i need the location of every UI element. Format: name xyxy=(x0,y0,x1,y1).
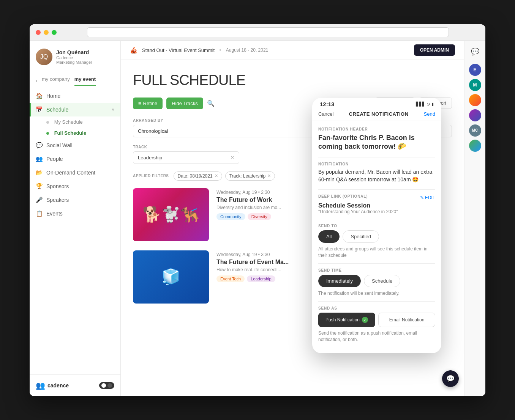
back-arrow-icon[interactable]: ‹ xyxy=(36,76,37,86)
event-icon: 🎪 xyxy=(130,47,137,54)
tag-eventtech[interactable]: Event Tech xyxy=(216,275,245,282)
avatar-mc[interactable]: MC xyxy=(469,124,481,137)
open-admin-button[interactable]: OPEN ADMIN xyxy=(414,44,455,56)
avatar-pic2[interactable] xyxy=(469,109,481,121)
track-input[interactable]: Leadership ✕ xyxy=(133,151,239,164)
edit-icon: ✎ xyxy=(420,195,424,200)
track-clear-button[interactable]: ✕ xyxy=(231,155,234,160)
close-button[interactable] xyxy=(36,30,41,35)
notif-body-text[interactable]: By popular demand, Mr. Bacon will lead a… xyxy=(318,168,435,183)
send-to-section: SEND TO All Specified All attendees and … xyxy=(318,224,435,259)
sidebar-item-label: Full Schedule xyxy=(54,130,87,136)
sidebar-item-on-demand[interactable]: 📂 On-Demand Content xyxy=(30,166,120,179)
chip-track-remove[interactable]: ✕ xyxy=(267,173,271,178)
page-title: FULL SCHEDULE xyxy=(133,72,452,88)
sidebar-item-label: Social Wall xyxy=(46,142,73,148)
sidebar-item-label: My Schedule xyxy=(54,119,83,125)
url-bar[interactable] xyxy=(87,27,449,37)
avatar-m[interactable]: M xyxy=(469,79,481,91)
email-notification-button[interactable]: Email Notification xyxy=(378,313,435,327)
divider-5 xyxy=(318,301,435,302)
sidebar-item-label: Schedule xyxy=(46,107,68,113)
send-as-label: SEND AS xyxy=(318,306,435,310)
edit-button[interactable]: ✎ EDIT xyxy=(420,195,435,200)
sidebar-item-home[interactable]: 🏠 Home xyxy=(30,89,120,103)
notification-body: NOTIFICATION HEADER Fan-favorite Chris P… xyxy=(312,121,441,354)
divider-4 xyxy=(318,263,435,264)
battery-icon: ▮ xyxy=(431,102,434,107)
send-time-section: SEND TIME Immediately Schedule The notif… xyxy=(318,268,435,297)
minimize-button[interactable] xyxy=(44,30,49,35)
top-bar: 🎪 Stand Out - Virtual Event Summit • Aug… xyxy=(121,41,464,60)
app-body: JQ Jon Quénard Cadence Marketing Manager… xyxy=(30,41,485,396)
tag-diversity[interactable]: Diversity xyxy=(248,213,271,220)
send-to-all-button[interactable]: All xyxy=(318,230,340,243)
nav-dot xyxy=(46,121,49,124)
chat-icon-sidebar[interactable]: 💬 xyxy=(469,46,481,58)
nav-tabs: ‹ my company my event xyxy=(30,73,120,86)
sidebar-item-label: People xyxy=(46,156,63,162)
tag-community[interactable]: Community xyxy=(216,213,245,220)
chip-date-remove[interactable]: ✕ xyxy=(215,173,218,178)
sidebar-item-social-wall[interactable]: 💬 Social Wall xyxy=(30,138,120,152)
mode-toggle[interactable] xyxy=(99,382,114,389)
sidebar-item-schedule[interactable]: 📅 Schedule ∨ xyxy=(30,103,120,116)
speakers-icon: 🎤 xyxy=(36,197,43,203)
sidebar-item-people[interactable]: 👥 People xyxy=(30,152,120,166)
send-time-desc: The notification will be sent immediatel… xyxy=(318,290,435,297)
sidebar-item-speakers[interactable]: 🎤 Speakers xyxy=(30,193,120,207)
send-time-toggle-group: Immediately Schedule xyxy=(318,275,435,287)
mode-dot-1 xyxy=(101,383,106,388)
deep-link-header: DEEP LINK (OPTIONAL) ✎ EDIT xyxy=(318,194,435,201)
sidebar-bottom: 👥 cadence xyxy=(30,374,120,396)
title-bar xyxy=(30,24,485,41)
filter-icon: ≡ xyxy=(138,101,141,106)
tag-leadership[interactable]: Leadership xyxy=(247,275,275,282)
push-notification-button[interactable]: Push Notification ✓ xyxy=(318,313,375,327)
avatar-pic1[interactable] xyxy=(469,94,481,106)
social-wall-icon: 💬 xyxy=(36,142,43,149)
sidebar-item-my-schedule[interactable]: My Schedule xyxy=(30,116,120,127)
right-sidebar: 💬 E M MC xyxy=(464,41,485,396)
avatar-pic3[interactable] xyxy=(469,140,481,152)
send-time-schedule-button[interactable]: Schedule xyxy=(364,275,400,287)
notification-title: CREATE NOTIFICATION xyxy=(349,111,409,117)
deep-link-label: DEEP LINK (OPTIONAL) xyxy=(318,194,368,198)
notification-send-button[interactable]: Send xyxy=(424,111,435,117)
send-to-specified-button[interactable]: Specified xyxy=(343,230,379,243)
logo-icon: 👥 xyxy=(36,381,45,390)
tab-my-company[interactable]: my company xyxy=(42,76,70,86)
notif-header-text[interactable]: Fan-favorite Chris P. Bacon is coming ba… xyxy=(318,134,435,151)
fullscreen-button[interactable] xyxy=(52,30,57,35)
sidebar-item-full-schedule[interactable]: Full Schedule xyxy=(30,127,120,138)
push-notif-label: Push Notification xyxy=(325,317,360,322)
send-as-section: SEND AS Push Notification ✓ Email Notifi… xyxy=(318,306,435,343)
sidebar-item-label: On-Demand Content xyxy=(46,170,95,176)
user-company: Cadence xyxy=(56,55,92,60)
hide-tracks-button[interactable]: Hide Tracks xyxy=(166,98,203,109)
sidebar-item-sponsors[interactable]: 🏆 Sponsors xyxy=(30,179,120,193)
tab-my-event[interactable]: my event xyxy=(74,76,96,86)
send-time-immediately-button[interactable]: Immediately xyxy=(318,275,361,287)
traffic-lights xyxy=(36,30,57,35)
chat-bubble-button[interactable]: 💬 xyxy=(442,370,459,387)
notif-header-label: NOTIFICATION HEADER xyxy=(318,127,435,131)
avatar-e[interactable]: E xyxy=(469,64,481,76)
applied-filters-label: APPLIED FILTERS xyxy=(133,174,169,178)
refine-button[interactable]: ≡ Refine xyxy=(133,98,163,109)
send-to-desc: All attendees and groups will see this s… xyxy=(318,246,435,259)
sidebar-item-events[interactable]: 📋 Events xyxy=(30,207,120,220)
cadence-logo: 👥 cadence xyxy=(36,381,69,390)
notification-cancel-button[interactable]: Cancel xyxy=(318,111,333,117)
sidebar-item-label: Sponsors xyxy=(46,183,69,189)
search-button[interactable]: 🔍 xyxy=(207,100,215,107)
notification-panel: 12:13 ▋▋▋ ⊙ ▮ Cancel CREATE NOTIFICATION… xyxy=(312,98,441,354)
mode-dot-2 xyxy=(107,383,112,388)
nav-menu: 🏠 Home 📅 Schedule ∨ My Schedule Full Sch… xyxy=(30,86,120,374)
send-time-label: SEND TIME xyxy=(318,268,435,272)
divider-1 xyxy=(318,157,435,157)
deep-link-subtitle: "Understanding Your Audience in 2020" xyxy=(318,209,435,214)
user-info: JQ Jon Quénard Cadence Marketing Manager xyxy=(30,41,120,73)
sidebar-item-label: Events xyxy=(46,211,63,217)
main-content: 🎪 Stand Out - Virtual Event Summit • Aug… xyxy=(121,41,464,396)
